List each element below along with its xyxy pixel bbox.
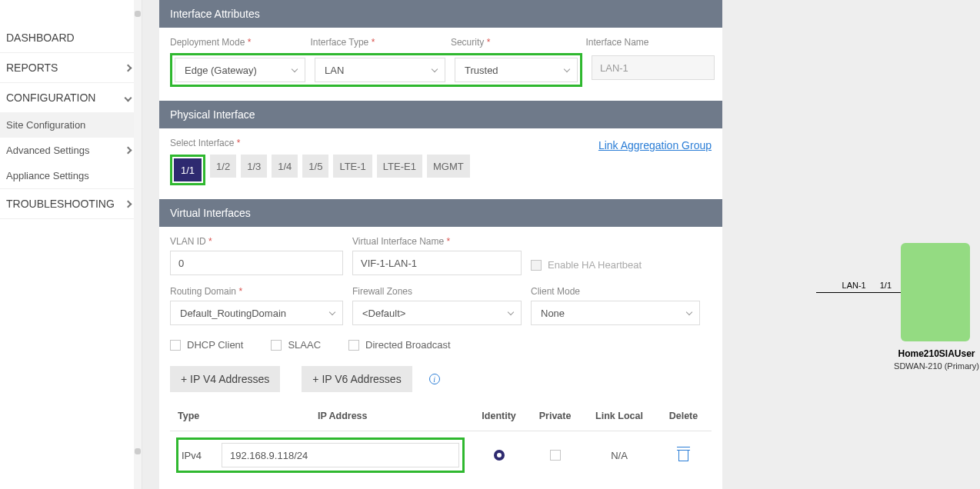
- chevron-right-icon: [125, 200, 132, 208]
- pill-interface-lte-e1[interactable]: LTE-E1: [377, 155, 422, 178]
- device-name: Home210SIAUser: [892, 348, 980, 361]
- input-vif-name[interactable]: [352, 251, 522, 275]
- chevron-down-icon: [508, 309, 514, 315]
- form-area: Interface Attributes Deployment Mode Int…: [142, 0, 725, 489]
- nav-reports[interactable]: REPORTS: [0, 53, 142, 83]
- topology-wire: [816, 292, 901, 293]
- select-firewall-zones[interactable]: <Default>: [352, 301, 522, 325]
- section-header-interface-attributes: Interface Attributes: [159, 0, 722, 28]
- button-add-ipv6[interactable]: + IP V6 Addresses: [302, 366, 412, 392]
- highlight-box-attrs: Edge (Gateway) LAN Trusted: [170, 53, 582, 87]
- nav-configuration[interactable]: CONFIGURATION: [0, 83, 142, 112]
- cell-link-local: N/A: [583, 431, 655, 480]
- delete-icon[interactable]: [678, 450, 688, 461]
- chevron-down-icon: [125, 94, 132, 101]
- sidebar: DASHBOARD REPORTS CONFIGURATION Site Con…: [0, 0, 142, 489]
- col-link-local: Link Local: [583, 401, 655, 431]
- label-vif-name: Virtual Interface Name: [352, 236, 522, 247]
- pill-interface-1-3[interactable]: 1/3: [241, 155, 267, 178]
- label-deployment-mode: Deployment Mode: [170, 37, 301, 48]
- chevron-down-icon: [432, 66, 438, 72]
- nav-troubleshooting[interactable]: TROUBLESHOOTING: [0, 189, 142, 219]
- label-vlan-id: VLAN ID: [170, 236, 343, 247]
- label-firewall-zones: Firewall Zones: [352, 286, 522, 297]
- cell-type: IPv4: [182, 450, 212, 461]
- topology-device-label: Home210SIAUser SDWAN-210 (Primary): [892, 348, 980, 373]
- checkbox-private[interactable]: [550, 450, 561, 461]
- chevron-down-icon: [686, 309, 692, 315]
- select-deployment-mode[interactable]: Edge (Gateway): [175, 58, 305, 82]
- pill-interface-lte-1[interactable]: LTE-1: [333, 155, 372, 178]
- sidebar-item-advanced-settings[interactable]: Advanced Settings: [0, 138, 142, 163]
- checkbox-dhcp-client[interactable]: DHCP Client: [170, 339, 243, 351]
- label-client-mode: Client Mode: [531, 286, 700, 297]
- link-aggregation-group[interactable]: Link Aggregation Group: [598, 139, 712, 151]
- select-interface-type[interactable]: LAN: [315, 58, 445, 82]
- select-routing-domain[interactable]: Default_RoutingDomain: [170, 301, 343, 325]
- col-ip: IP Address: [214, 401, 471, 431]
- input-ip-address[interactable]: [222, 443, 459, 467]
- topology-panel: LAN-1 1/1 Home210SIAUser SDWAN-210 (Prim…: [725, 0, 980, 489]
- radio-identity[interactable]: [494, 450, 505, 461]
- checkbox-directed-broadcast[interactable]: Directed Broadcast: [348, 339, 451, 351]
- nav-dashboard[interactable]: DASHBOARD: [0, 23, 142, 53]
- highlight-box-ip-row: IPv4: [176, 437, 465, 473]
- col-delete: Delete: [655, 401, 712, 431]
- chevron-down-icon: [564, 66, 570, 72]
- section-header-virtual-interfaces: Virtual Interfaces: [159, 199, 722, 227]
- col-identity: Identity: [471, 401, 527, 431]
- chevron-down-icon: [329, 309, 335, 315]
- topology-device[interactable]: [901, 243, 970, 341]
- chevron-right-icon: [125, 64, 132, 72]
- pill-interface-mgmt[interactable]: MGMT: [427, 155, 470, 178]
- checkbox-enable-ha-heartbeat: Enable HA Heartbeat: [531, 259, 642, 271]
- section-header-physical-interface: Physical Interface: [159, 101, 722, 128]
- wire-label-port: 1/1: [880, 281, 892, 290]
- checkbox-slaac[interactable]: SLAAC: [271, 339, 321, 351]
- scroll-arrow-down[interactable]: [135, 448, 141, 454]
- device-model: SDWAN-210 (Primary): [892, 361, 980, 373]
- sidebar-item-appliance-settings[interactable]: Appliance Settings: [0, 163, 142, 189]
- select-security[interactable]: Trusted: [455, 58, 578, 82]
- label-routing-domain: Routing Domain: [170, 286, 343, 297]
- pill-interface-1-1[interactable]: 1/1: [174, 158, 202, 181]
- label-select-interface: Select Interface: [170, 138, 240, 148]
- ip-table: Type IP Address Identity Private Link Lo…: [170, 401, 712, 479]
- select-client-mode[interactable]: None: [531, 301, 700, 325]
- col-private: Private: [527, 401, 583, 431]
- scrollbar[interactable]: [134, 0, 142, 489]
- label-interface-type: Interface Type: [310, 37, 441, 48]
- chevron-right-icon: [125, 147, 132, 155]
- sidebar-item-site-configuration[interactable]: Site Configuration: [0, 112, 142, 138]
- button-add-ipv4[interactable]: + IP V4 Addresses: [170, 366, 280, 392]
- info-icon[interactable]: i: [429, 374, 440, 384]
- chevron-down-icon: [292, 66, 298, 72]
- wire-label-lan: LAN-1: [842, 281, 866, 290]
- highlight-box-phys: 1/1: [170, 155, 205, 185]
- pill-interface-1-5[interactable]: 1/5: [302, 155, 328, 178]
- col-type: Type: [170, 401, 214, 431]
- input-interface-name: [592, 55, 715, 80]
- scroll-arrow-up[interactable]: [135, 11, 141, 17]
- label-interface-name: Interface Name: [585, 37, 712, 48]
- label-security: Security: [451, 37, 577, 48]
- input-vlan-id[interactable]: [170, 251, 343, 275]
- pill-interface-1-4[interactable]: 1/4: [272, 155, 298, 178]
- pill-interface-1-2[interactable]: 1/2: [210, 155, 236, 178]
- table-row: IPv4 N/A: [170, 431, 712, 480]
